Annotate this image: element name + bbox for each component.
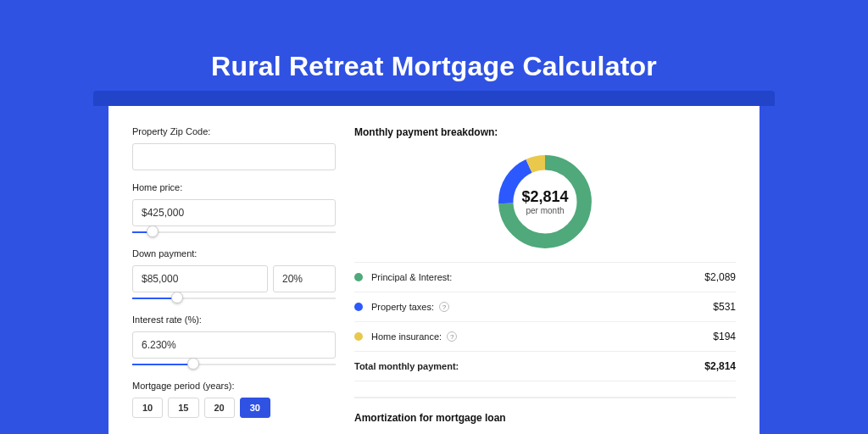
zip-input[interactable] — [132, 143, 336, 170]
donut-center-amount: $2,814 — [521, 188, 568, 206]
donut-center-sub: per month — [526, 206, 564, 215]
breakdown-header: Monthly payment breakdown: — [354, 126, 736, 138]
legend-dot — [354, 303, 363, 311]
period-label: Mortgage period (years): — [132, 381, 336, 391]
breakdown-legend: Principal & Interest:$2,089Property taxe… — [354, 262, 736, 381]
form-column: Property Zip Code: Home price: Down paym… — [132, 126, 336, 434]
period-btn-20[interactable]: 20 — [204, 398, 235, 418]
zip-field: Property Zip Code: — [132, 126, 336, 170]
donut-chart: $2,814 per month — [354, 145, 736, 262]
legend-dot — [354, 332, 363, 341]
period-btn-10[interactable]: 10 — [132, 398, 163, 418]
zip-label: Property Zip Code: — [132, 126, 336, 136]
legend-row: Home insurance:?$194 — [354, 322, 736, 352]
period-field: Mortgage period (years): 10152030 — [132, 381, 336, 418]
interest-slider-thumb[interactable] — [187, 358, 199, 370]
home-price-field: Home price: — [132, 182, 336, 236]
help-icon[interactable]: ? — [439, 302, 449, 312]
down-payment-pct-input[interactable] — [273, 265, 336, 292]
legend-value: $2,089 — [704, 271, 736, 283]
legend-row-total: Total monthly payment:$2,814 — [354, 352, 736, 381]
interest-field: Interest rate (%): — [132, 314, 336, 369]
legend-label: Home insurance:? — [371, 331, 713, 342]
legend-total-value: $2,814 — [704, 360, 736, 372]
down-payment-label: Down payment: — [132, 248, 336, 259]
legend-value: $194 — [713, 331, 736, 342]
interest-input[interactable] — [132, 331, 336, 359]
legend-label: Property taxes:? — [371, 302, 713, 312]
breakdown-column: Monthly payment breakdown: $2,814 per mo… — [354, 126, 736, 434]
amortization-section: Amortization for mortgage loan Amortizat… — [354, 397, 736, 434]
down-payment-amount-input[interactable] — [132, 265, 268, 292]
calculator-card: Property Zip Code: Home price: Down paym… — [108, 106, 760, 434]
home-price-slider-thumb[interactable] — [147, 225, 159, 237]
amortization-title: Amortization for mortgage loan — [354, 412, 736, 424]
card-top-shadow — [93, 91, 775, 106]
down-payment-field: Down payment: — [132, 248, 336, 303]
page: Rural Retreat Mortgage Calculator Proper… — [0, 0, 868, 434]
down-payment-slider-thumb[interactable] — [171, 292, 183, 303]
period-buttons: 10152030 — [132, 398, 336, 418]
down-payment-slider[interactable] — [132, 294, 336, 303]
interest-slider[interactable] — [132, 360, 336, 369]
legend-total-label: Total monthly payment: — [354, 361, 704, 371]
legend-row: Principal & Interest:$2,089 — [354, 263, 736, 292]
legend-label: Principal & Interest: — [371, 272, 704, 282]
home-price-input[interactable] — [132, 199, 336, 226]
legend-row: Property taxes:?$531 — [354, 292, 736, 322]
period-btn-30[interactable]: 30 — [240, 398, 270, 418]
page-title: Rural Retreat Mortgage Calculator — [0, 0, 868, 82]
legend-value: $531 — [713, 301, 736, 313]
legend-dot — [354, 273, 363, 281]
help-icon[interactable]: ? — [447, 331, 457, 342]
home-price-label: Home price: — [132, 182, 336, 192]
interest-label: Interest rate (%): — [132, 314, 336, 325]
home-price-slider[interactable] — [132, 228, 336, 236]
period-btn-15[interactable]: 15 — [168, 398, 198, 418]
